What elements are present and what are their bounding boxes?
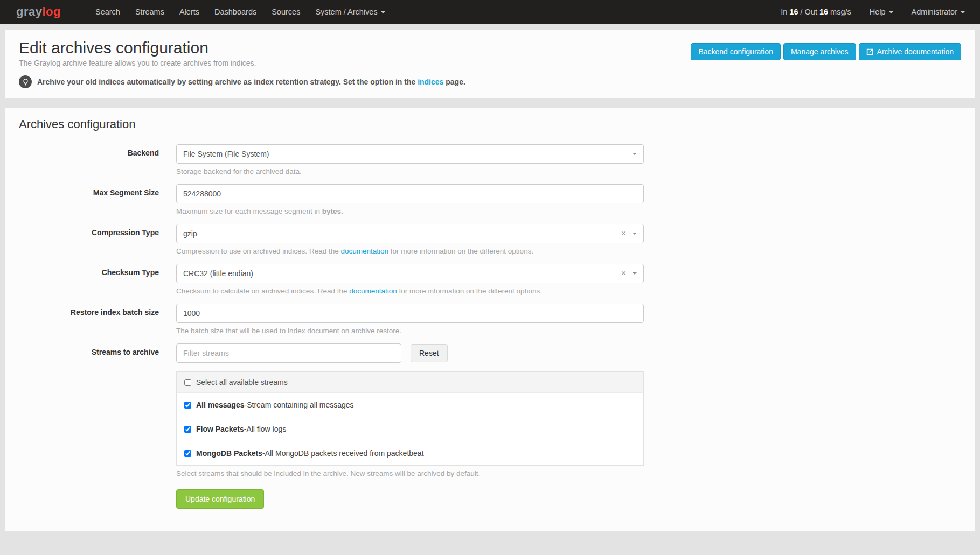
- checksum-help-before: Checksum to calculate on archived indice…: [176, 287, 349, 295]
- compression-type-help: Compression to use on archived indices. …: [176, 247, 644, 255]
- max-segment-size-help: Maximum size for each message segment in…: [176, 207, 644, 215]
- stream-checkbox-mongodb-packets[interactable]: [184, 450, 191, 457]
- update-configuration-button[interactable]: Update configuration: [176, 489, 264, 509]
- stream-option[interactable]: Flow Packets - All flow logs: [184, 425, 286, 433]
- lightbulb-icon: [19, 75, 32, 88]
- manage-archives-button[interactable]: Manage archives: [783, 43, 856, 60]
- backend-label: Backend: [19, 144, 176, 175]
- stream-description: All MongoDB packets received from packet…: [265, 449, 424, 458]
- stream-name: All messages: [196, 401, 245, 409]
- compression-help-after: for more information on the different op…: [388, 247, 533, 255]
- filter-streams-input[interactable]: [176, 343, 401, 363]
- throughput-unit: msg/s: [830, 8, 851, 16]
- caret-down-icon[interactable]: [633, 272, 637, 275]
- backend-configuration-label: Backend configuration: [698, 47, 773, 56]
- checksum-type-value: CRC32 (little endian): [183, 269, 253, 278]
- form-group-compression-type: Compression Type gzip × Compression to u…: [19, 224, 961, 255]
- compression-documentation-link[interactable]: documentation: [340, 247, 388, 255]
- stream-checkbox-flow-packets[interactable]: [184, 426, 191, 433]
- stream-row-flow-packets: Flow Packets - All flow logs: [177, 417, 643, 441]
- panel-title: Archives configuration: [19, 117, 961, 131]
- max-segment-help-after: .: [341, 207, 343, 215]
- checksum-type-label: Checksum Type: [19, 264, 176, 295]
- checksum-help-after: for more information on the different op…: [397, 287, 542, 295]
- select-all-streams-label: Select all available streams: [196, 378, 288, 387]
- caret-down-icon[interactable]: [633, 233, 637, 235]
- max-segment-size-input[interactable]: [176, 184, 644, 203]
- graylog-logo[interactable]: graylog: [16, 5, 61, 19]
- chevron-down-icon: [381, 11, 385, 13]
- nav-help-menu[interactable]: Help: [870, 8, 893, 16]
- nav-user-label: Administrator: [912, 8, 957, 16]
- stream-name: MongoDB Packets: [196, 449, 262, 458]
- logo-text-gray: gray: [16, 5, 42, 18]
- checksum-documentation-link[interactable]: documentation: [349, 287, 397, 295]
- clear-icon[interactable]: ×: [621, 229, 626, 238]
- stream-description: Stream containing all messages: [247, 401, 353, 409]
- select-all-streams-checkbox[interactable]: [184, 379, 191, 386]
- page-header: Backend configuration Manage archives Ar…: [5, 30, 975, 98]
- stream-row-mongodb-packets: MongoDB Packets - All MongoDB packets re…: [177, 441, 643, 465]
- select-all-streams-row: Select all available streams: [177, 372, 643, 392]
- stream-row-all-messages: All messages - Stream containing all mes…: [177, 392, 643, 417]
- compression-type-select[interactable]: gzip ×: [176, 224, 644, 243]
- restore-batch-size-label: Restore index batch size: [19, 304, 176, 335]
- compression-help-before: Compression to use on archived indices. …: [176, 247, 340, 255]
- backend-select[interactable]: File System (File System): [176, 144, 644, 164]
- nav-item-system-archives[interactable]: System / Archives: [308, 0, 392, 24]
- form-group-backend: Backend File System (File System) Storag…: [19, 144, 961, 175]
- top-navbar: graylog Search Streams Alerts Dashboards…: [0, 0, 980, 24]
- external-link-icon: [866, 48, 873, 55]
- form-group-restore-batch-size: Restore index batch size The batch size …: [19, 304, 961, 335]
- primary-nav: Search Streams Alerts Dashboards Sources…: [88, 0, 393, 24]
- compression-type-label: Compression Type: [19, 224, 176, 255]
- archives-configuration-form: Backend File System (File System) Storag…: [19, 144, 961, 509]
- stream-option[interactable]: All messages - Stream containing all mes…: [184, 401, 354, 409]
- reset-filter-button[interactable]: Reset: [411, 344, 448, 362]
- stream-description: All flow logs: [246, 425, 286, 433]
- tip-row: Archive your old indices automatically b…: [19, 75, 961, 88]
- tip-text: Archive your old indices automatically b…: [37, 78, 465, 86]
- nav-user-menu[interactable]: Administrator: [912, 8, 965, 16]
- form-group-checksum-type: Checksum Type CRC32 (little endian) × Ch…: [19, 264, 961, 295]
- chevron-down-icon: [961, 11, 965, 13]
- tip-text-after: page.: [443, 78, 465, 86]
- chevron-down-icon: [889, 11, 893, 13]
- nav-item-search[interactable]: Search: [88, 0, 128, 24]
- nav-item-system-archives-label: System / Archives: [315, 8, 377, 16]
- indices-link[interactable]: indices: [418, 78, 443, 86]
- tip-text-before: Archive your old indices automatically b…: [37, 78, 418, 86]
- stream-checkbox-all-messages[interactable]: [184, 402, 191, 409]
- nav-item-alerts[interactable]: Alerts: [172, 0, 207, 24]
- throughput-in-value: 16: [789, 8, 798, 16]
- manage-archives-label: Manage archives: [791, 47, 849, 56]
- checksum-type-help: Checksum to calculate on archived indice…: [176, 287, 644, 295]
- restore-batch-size-input[interactable]: [176, 304, 644, 323]
- checksum-type-select[interactable]: CRC32 (little endian) ×: [176, 264, 644, 283]
- navbar-right: In16/ Out16msg/s Help Administrator: [781, 8, 965, 16]
- stream-name: Flow Packets: [196, 425, 244, 433]
- logo-text-log: log: [42, 5, 61, 18]
- max-segment-size-label: Max Segment Size: [19, 184, 176, 215]
- nav-item-sources[interactable]: Sources: [264, 0, 308, 24]
- stream-option[interactable]: MongoDB Packets - All MongoDB packets re…: [184, 449, 424, 458]
- nav-item-dashboards[interactable]: Dashboards: [207, 0, 264, 24]
- nav-item-streams[interactable]: Streams: [128, 0, 172, 24]
- max-segment-help-before: Maximum size for each message segment in: [176, 207, 322, 215]
- clear-icon[interactable]: ×: [621, 269, 626, 278]
- backend-configuration-button[interactable]: Backend configuration: [691, 43, 781, 60]
- archive-documentation-button[interactable]: Archive documentation: [859, 43, 961, 60]
- nav-help-label: Help: [870, 8, 886, 16]
- form-group-max-segment-size: Max Segment Size Maximum size for each m…: [19, 184, 961, 215]
- form-group-streams-to-archive: Streams to archive Reset Select all avai…: [19, 343, 961, 509]
- max-segment-help-bold: bytes: [322, 207, 341, 215]
- throughput-mid-label: / Out: [801, 8, 817, 16]
- select-all-streams-option[interactable]: Select all available streams: [184, 378, 288, 387]
- streams-to-archive-label: Streams to archive: [19, 343, 176, 509]
- backend-select-value: File System (File System): [183, 150, 269, 158]
- backend-help: Storage backend for the archived data.: [176, 167, 644, 175]
- archives-configuration-panel: Archives configuration Backend File Syst…: [5, 108, 975, 531]
- restore-batch-size-help: The batch size that will be used to inde…: [176, 327, 644, 335]
- throughput-indicator[interactable]: In16/ Out16msg/s: [781, 8, 851, 16]
- caret-down-icon[interactable]: [633, 153, 637, 155]
